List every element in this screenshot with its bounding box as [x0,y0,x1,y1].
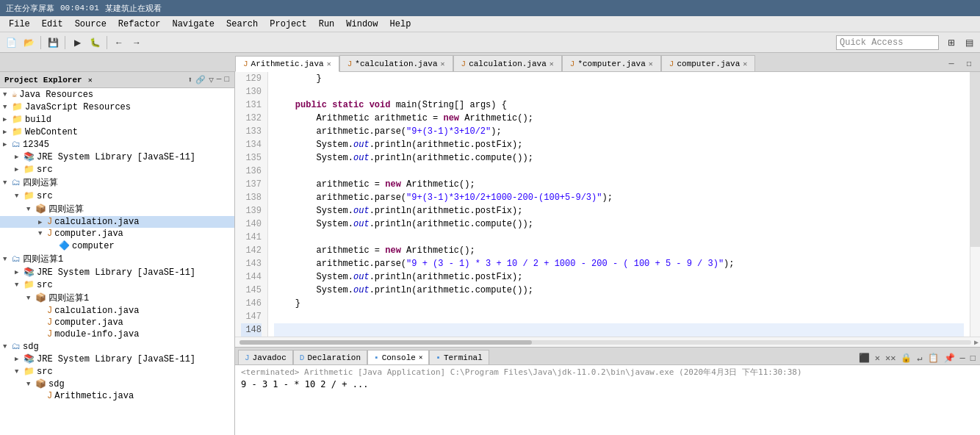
tree-sizer-src[interactable]: ▼ 📁 src [0,190,234,202]
tree-build[interactable]: ▶ 📁 build [0,113,234,126]
line-numbers: 129 130 131 132 133 134 135 136 137 138 … [235,72,268,347]
bottom-tab-console-label: Console [382,353,416,362]
menu-file[interactable]: File [3,18,36,31]
tab-close-calc[interactable]: ✕ [550,60,554,68]
arrow-sizer1: ▼ [3,256,12,263]
tab-computer-mod[interactable]: J *computer.java ✕ [562,55,661,71]
toolbar-views[interactable]: ▤ [961,35,977,51]
console-word-wrap-icon[interactable]: ↵ [915,352,923,364]
horizontal-scrollbar[interactable]: ▶ [235,337,980,347]
tree-sizer-calc[interactable]: ▶ J calculation.java [0,216,234,228]
tree-sdg-arithmetic[interactable]: J Arithmetic.java [0,390,234,402]
tree-sdg-src[interactable]: ▼ 📁 src [0,365,234,378]
console-copy-icon[interactable]: 📋 [926,352,940,364]
hscroll-thumb [239,340,532,345]
project-explorer: Project Explorer ✕ ⬆ 🔗 ▽ ─ □ ▼ [0,72,235,435]
tab-close-comp-mod[interactable]: ✕ [649,60,653,68]
menu-refactor[interactable]: Refactor [112,18,167,31]
tab-close-arithmetic[interactable]: ✕ [327,60,331,68]
ln-142: 142 [241,244,262,257]
tree-webcontent[interactable]: ▶ 📁 WebContent [0,126,234,138]
tab-calculation[interactable]: J calculation.java ✕ [453,55,562,71]
bottom-tab-javadoc[interactable]: J Javadoc [238,350,293,364]
scrollbar-thumb[interactable] [970,72,980,247]
console-min-icon[interactable]: ─ [959,353,967,364]
tab-close-calc-mod[interactable]: ✕ [441,60,445,68]
tree-12345-src[interactable]: ▶ 📁 src [0,163,234,176]
tree-js-resources[interactable]: ▼ 📁 JavaScript Resources [0,101,234,113]
bottom-tab-console[interactable]: ▪ Console ✕ [367,350,429,364]
bottom-tab-console-close[interactable]: ✕ [419,353,422,362]
console-scroll-lock-icon[interactable]: 🔒 [899,352,913,364]
bottom-tab-icons: ⬛ ✕ ✕✕ 🔒 ↵ 📋 📌 ─ □ [857,352,977,364]
console-stop-icon[interactable]: ⬛ [857,352,871,364]
tree-sdg-pkg[interactable]: ▼ 📦 sdg [0,378,234,390]
sidebar-collapse-icon[interactable]: ⬆ [187,74,194,85]
tree-java-resources[interactable]: ▼ ☕ Java Resources [0,88,234,101]
toolbar-new[interactable]: 📄 [3,35,19,51]
menu-run[interactable]: Run [313,18,341,31]
label-sdg-jre: JRE System Library [JavaSE-11] [37,354,195,364]
sidebar-down-icon[interactable]: ▽ [208,74,215,85]
code-line-129: } [274,72,964,85]
toolbar-open[interactable]: 📂 [21,35,37,51]
console-remove-icon[interactable]: ✕ [873,352,882,364]
ln-147: 147 [241,310,262,323]
vertical-scrollbar[interactable] [970,72,980,347]
tab-arithmetic[interactable]: J Arithmetic.java ✕ [235,56,339,72]
tree-12345-jre[interactable]: ▶ 📚 JRE System Library [JavaSE-11] [0,151,234,163]
menu-source[interactable]: Source [69,18,112,31]
toolbar-run[interactable]: ▶ [69,35,85,51]
tab-minimize[interactable]: ─ [943,55,959,71]
arrow-sizer1-src: ▼ [15,281,24,289]
tree-sizer1-jre[interactable]: ▶ 📚 JRE System Library [JavaSE-11] [0,266,234,278]
toolbar-debug[interactable]: 🐛 [87,35,103,51]
sidebar-link-icon[interactable]: 🔗 [195,74,206,85]
sidebar-min-icon[interactable]: ─ [216,74,223,85]
label-sdg: sdg [23,342,39,352]
console-max-icon[interactable]: □ [969,353,977,364]
sidebar-title-x[interactable]: ✕ [88,76,93,85]
tab-bar: J Arithmetic.java ✕ J *calculation.java … [0,53,980,72]
toolbar-save[interactable]: 💾 [45,35,61,51]
tree-sizer1-src[interactable]: ▼ 📁 src [0,278,234,291]
menu-project[interactable]: Project [264,18,312,31]
quick-access-box[interactable]: Quick Access [836,35,939,50]
menu-window[interactable]: Window [340,18,383,31]
tab-maximize[interactable]: □ [961,55,977,71]
tree-sizer1-module[interactable]: J module-info.java [0,328,234,340]
menu-help[interactable]: Help [384,18,417,31]
arrow-build: ▶ [3,115,12,123]
code-line-133: arithmetic.parse("9+(3-1)*3+10/2"); [274,125,964,138]
icon-sizer-pkg: 📦 [35,204,46,215]
menu-navigate[interactable]: Navigate [166,18,220,31]
code-line-148 [274,323,964,337]
tree-sizer[interactable]: ▼ 🗂 四则运算 [0,176,234,190]
label-build: build [25,115,51,125]
menu-search[interactable]: Search [220,18,264,31]
sidebar-max-icon[interactable]: □ [223,74,230,85]
toolbar-forward[interactable]: → [129,35,145,51]
console-remove-all-icon[interactable]: ✕✕ [884,352,897,364]
tree-sizer1-calc[interactable]: J calculation.java [0,305,234,317]
tree-sizer-comp[interactable]: ▼ J computer.java [0,228,234,240]
tab-close-comp[interactable]: ✕ [743,60,747,68]
code-editor[interactable]: 129 130 131 132 133 134 135 136 137 138 … [235,72,980,347]
tree-sizer-pkg[interactable]: ▼ 📦 四则运算 [0,202,234,216]
tree-sdg-jre[interactable]: ▶ 📚 JRE System Library [JavaSE-11] [0,353,234,365]
tree-sizer-comp-class[interactable]: 🔷 computer [0,240,234,252]
tree-sizer1-pkg[interactable]: ▼ 📦 四则运算1 [0,291,234,305]
tree-sizer1-comp[interactable]: J computer.java [0,317,234,328]
console-pin-icon[interactable]: 📌 [943,352,956,364]
icon-sdg-pkg: 📦 [35,378,46,389]
tab-computer[interactable]: J computer.java ✕ [661,55,755,71]
tab-calculation-mod[interactable]: J *calculation.java ✕ [339,55,453,71]
bottom-tab-declaration[interactable]: D Declaration [293,350,367,364]
tree-sdg[interactable]: ▼ 🗂 sdg [0,340,234,353]
tree-sizer1[interactable]: ▼ 🗂 四则运算1 [0,252,234,266]
tree-12345[interactable]: ▶ 🗂 12345 [0,138,234,151]
menu-edit[interactable]: Edit [36,18,69,31]
bottom-tab-terminal[interactable]: ▪ Terminal [429,350,489,364]
toolbar-back[interactable]: ← [111,35,127,51]
toolbar-perspective[interactable]: ⊞ [943,35,959,51]
